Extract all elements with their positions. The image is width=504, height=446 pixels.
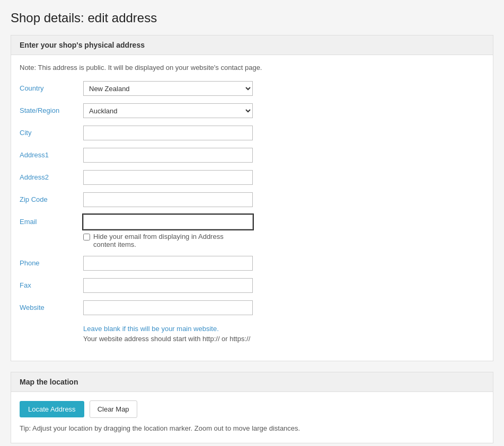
fax-control-wrap	[83, 278, 253, 293]
website-hint1: Leave blank if this will be your main we…	[83, 325, 250, 333]
address-section-body: Note: This address is public. It will be…	[11, 55, 493, 361]
state-region-row: State/Region Auckland Bay of Plenty Cant…	[20, 103, 484, 118]
zip-code-row: Zip Code	[20, 192, 484, 207]
zip-code-input[interactable]	[83, 192, 253, 207]
email-checkbox-wrap: Hide your email from displaying in Addre…	[83, 233, 253, 248]
website-hint2: Your website address should start with h…	[83, 335, 250, 343]
fax-input[interactable]	[83, 278, 253, 293]
website-hints-wrap: Leave blank if this will be your main we…	[83, 323, 250, 343]
website-input[interactable]	[83, 300, 253, 315]
address1-input[interactable]	[83, 148, 253, 163]
address1-row: Address1	[20, 148, 484, 163]
map-section-header: Map the location	[11, 372, 493, 392]
state-region-select[interactable]: Auckland Bay of Plenty Canterbury Gisbor…	[83, 103, 253, 118]
phone-control-wrap	[83, 256, 253, 271]
state-region-label: State/Region	[20, 103, 83, 114]
hide-email-checkbox[interactable]	[83, 234, 90, 240]
website-label: Website	[20, 300, 83, 311]
email-row: Email Hide your email from displaying in…	[20, 215, 484, 248]
country-label: Country	[20, 81, 83, 92]
zip-code-label: Zip Code	[20, 192, 83, 203]
phone-input[interactable]	[83, 256, 253, 271]
website-hints-row: Leave blank if this will be your main we…	[20, 323, 484, 343]
email-control-wrap: Hide your email from displaying in Addre…	[83, 215, 253, 248]
country-select[interactable]: New Zealand Australia United States Unit…	[83, 81, 253, 96]
website-control-wrap	[83, 300, 253, 315]
address1-label: Address1	[20, 148, 83, 159]
address-section-header: Enter your shop's physical address	[11, 35, 493, 55]
website-hint1-link[interactable]: Leave blank if this will be your main we…	[83, 325, 219, 333]
address2-input[interactable]	[83, 170, 253, 185]
country-row: Country New Zealand Australia United Sta…	[20, 81, 484, 96]
address1-control-wrap	[83, 148, 253, 163]
country-control-wrap: New Zealand Australia United States Unit…	[83, 81, 253, 96]
website-row: Website	[20, 300, 484, 315]
map-section-panel: Map the location Locate Address Clear Ma…	[11, 372, 493, 443]
city-control-wrap	[83, 126, 253, 140]
fax-row: Fax	[20, 278, 484, 293]
page-title: Shop details: edit address	[11, 11, 493, 25]
zip-code-control-wrap	[83, 192, 253, 207]
address2-row: Address2	[20, 170, 484, 185]
address-note: Note: This address is public. It will be…	[20, 64, 484, 72]
state-region-control-wrap: Auckland Bay of Plenty Canterbury Gisbor…	[83, 103, 253, 118]
city-input[interactable]	[83, 126, 253, 140]
map-button-row: Locate Address Clear Map	[20, 400, 484, 418]
hide-email-label: Hide your email from displaying in Addre…	[93, 233, 231, 248]
map-tip: Tip: Adjust your location by dragging th…	[20, 424, 484, 432]
address2-label: Address2	[20, 170, 83, 181]
phone-label: Phone	[20, 256, 83, 267]
clear-map-button[interactable]: Clear Map	[90, 400, 137, 418]
address-section-panel: Enter your shop's physical address Note:…	[11, 35, 493, 361]
map-section-body: Locate Address Clear Map Tip: Adjust you…	[11, 392, 493, 443]
email-label: Email	[20, 215, 83, 226]
phone-row: Phone	[20, 256, 484, 271]
city-label: City	[20, 126, 83, 137]
fax-label: Fax	[20, 278, 83, 289]
email-input[interactable]	[83, 215, 253, 229]
address2-control-wrap	[83, 170, 253, 185]
locate-address-button[interactable]: Locate Address	[20, 401, 84, 417]
city-row: City	[20, 126, 484, 140]
